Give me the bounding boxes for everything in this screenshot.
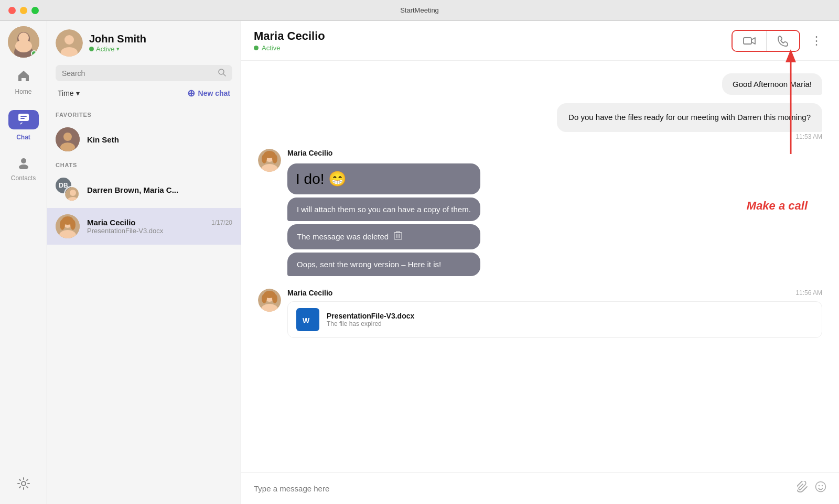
contact-kin-seth[interactable]: Kin Seth <box>47 121 241 158</box>
svg-point-4 <box>15 40 32 52</box>
kin-seth-avatar <box>56 127 80 151</box>
call-buttons-group <box>732 30 800 52</box>
title-bar: StartMeeting <box>0 0 839 21</box>
chat-header: Maria Cecilio Active <box>241 21 839 61</box>
input-area <box>241 472 839 504</box>
phone-call-button[interactable] <box>767 31 799 51</box>
svg-rect-5 <box>18 114 29 121</box>
emoji-button[interactable] <box>815 481 826 496</box>
svg-rect-6 <box>20 116 27 117</box>
maria-avatar-file <box>258 289 281 312</box>
user-status[interactable]: Active ▾ <box>89 45 146 53</box>
svg-rect-7 <box>20 118 25 119</box>
svg-point-34 <box>272 154 277 163</box>
make-call-annotation: Make a call <box>747 199 808 213</box>
good-afternoon-bubble: Good Afternoon Maria! <box>722 73 822 95</box>
svg-line-15 <box>223 74 225 76</box>
group-avatar-2 <box>64 186 80 202</box>
svg-rect-28 <box>744 38 751 44</box>
svg-point-20 <box>70 190 76 196</box>
contacts-label: Contacts <box>11 174 36 182</box>
question-bubble: Do you have the files ready for our meet… <box>557 103 822 132</box>
icon-sidebar: Home Chat Contacts <box>0 21 47 504</box>
online-indicator <box>31 50 37 57</box>
emoji-bubble: I do! 😁 <box>287 163 480 194</box>
chat-header-info: Maria Cecilio Active <box>254 29 732 52</box>
darren-maria-name: Darren Brown, Maria C... <box>87 185 232 194</box>
app-title: StartMeeting <box>400 6 439 14</box>
svg-point-10 <box>21 481 26 486</box>
maria-cecilio-name: Maria Cecilio <box>87 218 136 227</box>
contacts-icon <box>17 156 30 172</box>
status-dot <box>89 47 94 51</box>
msg-maria-file: Maria Cecilio 11:56 AM W Pre <box>258 289 822 338</box>
file-sender-name: Maria Cecilio <box>287 289 332 297</box>
message-input[interactable] <box>254 484 791 493</box>
minimize-button[interactable] <box>20 7 27 14</box>
chat-label: Chat <box>16 134 30 141</box>
question-time: 11:53 AM <box>795 133 822 140</box>
group-avatar: DB <box>56 178 80 202</box>
svg-point-26 <box>60 220 65 230</box>
msg-maria-group: Maria Cecilio I do! 😁 I will attach them… <box>258 149 822 277</box>
new-chat-button[interactable]: ⊕ New chat <box>187 87 230 99</box>
more-options-button[interactable]: ⋮ <box>806 32 826 50</box>
svg-text:W: W <box>303 316 310 325</box>
word-file-icon: W <box>296 308 319 331</box>
contacts-panel: John Smith Active ▾ <box>47 21 241 504</box>
status-chevron[interactable]: ▾ <box>116 46 120 52</box>
home-label: Home <box>15 88 31 95</box>
wrong-version-bubble: Oops, sent the wrong version – Here it i… <box>287 253 480 276</box>
maria-avatar-msg <box>258 149 281 172</box>
contact-darren-maria[interactable]: DB Darren Brown, Maria C... <box>47 171 241 208</box>
filter-row: Time ▾ ⊕ New chat <box>56 87 232 99</box>
time-filter[interactable]: Time ▾ <box>58 89 80 97</box>
chats-label: CHATS <box>47 158 241 171</box>
maria-cecilio-preview: PresentationFile-V3.docx <box>87 227 232 235</box>
sidebar-item-chat[interactable]: Chat <box>0 103 47 148</box>
kin-seth-info: Kin Seth <box>87 135 232 144</box>
search-input[interactable] <box>62 69 213 78</box>
file-info: PresentationFile-V3.docx The file has ex… <box>327 312 414 327</box>
home-icon <box>17 69 30 86</box>
window-controls[interactable] <box>8 7 39 14</box>
svg-point-9 <box>19 165 28 169</box>
sidebar-item-home[interactable]: Home <box>0 62 47 103</box>
user-avatar[interactable] <box>8 26 39 58</box>
svg-point-50 <box>822 485 823 486</box>
msg-question: Do you have the files ready for our meet… <box>258 103 822 140</box>
chat-header-actions: ⋮ <box>732 30 826 52</box>
svg-point-33 <box>262 154 267 163</box>
attach-bubble: I will attach them so you can have a cop… <box>287 198 480 221</box>
settings-button[interactable] <box>17 477 30 494</box>
file-msg-header: Maria Cecilio 11:56 AM <box>287 289 822 297</box>
file-status: The file has expired <box>327 320 414 327</box>
file-message-content: Maria Cecilio 11:56 AM W Pre <box>287 289 822 338</box>
user-info: John Smith Active ▾ <box>56 29 232 57</box>
plus-icon: ⊕ <box>187 87 195 99</box>
chat-area: Maria Cecilio Active <box>241 21 839 504</box>
svg-point-27 <box>70 220 76 230</box>
svg-point-45 <box>272 294 277 303</box>
msg-good-afternoon: Good Afternoon Maria! <box>258 73 822 95</box>
chat-status-dot <box>254 46 259 50</box>
attachment-button[interactable] <box>797 481 809 496</box>
file-msg-time: 11:56 AM <box>795 289 822 297</box>
maria-cecilio-info: Maria Cecilio 1/17/20 PresentationFile-V… <box>87 218 232 235</box>
svg-point-8 <box>21 158 26 163</box>
maximize-button[interactable] <box>31 7 39 14</box>
deleted-bubble: The message was deleted <box>287 224 480 249</box>
messages-area[interactable]: Good Afternoon Maria! Do you have the fi… <box>241 61 839 472</box>
sidebar-item-contacts[interactable]: Contacts <box>0 148 47 189</box>
time-chevron: ▾ <box>76 89 80 97</box>
contact-maria-cecilio[interactable]: Maria Cecilio 1/17/20 PresentationFile-V… <box>47 208 241 245</box>
video-call-button[interactable] <box>733 31 767 51</box>
maria-cecilio-avatar <box>56 214 80 238</box>
file-attachment[interactable]: W PresentationFile-V3.docx The file has … <box>287 301 822 338</box>
maria-cecilio-date: 1/17/20 <box>211 219 232 226</box>
contacts-header: John Smith Active ▾ <box>47 21 241 107</box>
close-button[interactable] <box>8 7 16 14</box>
svg-point-48 <box>816 482 826 492</box>
chat-area-wrapper: Maria Cecilio Active <box>241 21 839 504</box>
favorites-label: FAVORITES <box>47 107 241 121</box>
